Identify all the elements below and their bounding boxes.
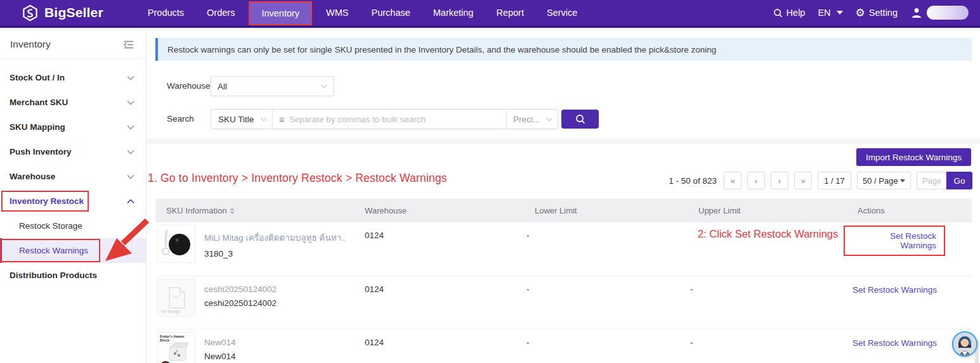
search-input[interactable] — [289, 115, 480, 124]
next-page-button[interactable]: › — [771, 172, 788, 189]
sidebar-item-inventory-restock[interactable]: Inventory Restock — [0, 189, 146, 213]
sidebar: Inventory Stock Out / In Merchant SKU SK… — [0, 30, 147, 363]
chevron-down-icon — [127, 150, 134, 155]
sidebar-item-stock-out-in[interactable]: Stock Out / In — [0, 65, 146, 90]
chevron-down-icon — [127, 174, 134, 179]
sidebar-item-distribution-products[interactable]: Distribution Products — [0, 263, 146, 288]
sidebar-item-push-inventory[interactable]: Push Inventory — [0, 139, 146, 164]
prev-page-button[interactable]: ‹ — [747, 172, 765, 189]
actions-cell: Set Restock Warnings — [844, 222, 972, 276]
main-content: Restock warnings can only be set for sin… — [147, 30, 980, 363]
product-image-heater-block[interactable]: Ender's Heater Block — [157, 332, 195, 363]
page-size-value: 50 / Page — [863, 176, 898, 186]
search-type-value: SKU Title — [218, 115, 254, 124]
upper-limit-cell — [681, 222, 844, 276]
sidebar-item-restock-storage[interactable]: Restock Storage — [0, 213, 146, 238]
sidebar-header: Inventory — [0, 30, 146, 59]
column-label: SKU Information — [166, 206, 226, 215]
help-button[interactable]: Help — [773, 8, 806, 18]
sku-text: ceshi20250124002 ceshi20250124002 — [204, 279, 349, 329]
nav-item-orders[interactable]: Orders — [195, 0, 246, 25]
sku-code: 3180_3 — [204, 249, 349, 258]
sku-cell: Ender's Heater Block New014 New014 — [155, 329, 355, 363]
pagination-range: 1 - 50 of 823 — [669, 176, 717, 186]
bigseller-hexagon-icon — [22, 4, 39, 22]
sidebar-item-label: Push Inventory — [10, 147, 72, 156]
set-restock-warnings-link[interactable]: Set Restock Warnings — [853, 285, 937, 295]
chevron-down-icon — [127, 125, 134, 130]
setting-label: Setting — [869, 8, 898, 18]
set-restock-warnings-link-highlighted[interactable]: Set Restock Warnings — [844, 226, 945, 256]
search-group: SKU Title ≡ Preci... — [211, 109, 558, 129]
import-restock-warnings-button[interactable]: Import Restock Warnings — [856, 148, 971, 166]
column-label: Upper Limit — [698, 206, 740, 215]
nav-item-purchase[interactable]: Purchase — [360, 0, 422, 25]
go-button[interactable]: Go — [946, 172, 972, 189]
chevron-up-icon — [127, 199, 134, 204]
search-button[interactable] — [561, 110, 599, 129]
username-redacted — [927, 6, 969, 20]
sidebar-item-sku-mapping[interactable]: SKU Mapping — [0, 115, 146, 139]
setting-button[interactable]: ⚙ Setting — [856, 8, 898, 18]
sidebar-item-merchant-sku[interactable]: Merchant SKU — [0, 90, 146, 115]
support-chat-avatar[interactable] — [952, 331, 977, 357]
sort-icon[interactable] — [230, 208, 235, 214]
chevron-down-icon — [261, 117, 267, 122]
top-navigation-bar: BigSeller Products Orders Inventory WMS … — [0, 0, 980, 28]
table-row: MiLi Mitag เครื่องติดตามบลูทูธ ค้นหา... … — [155, 222, 972, 276]
column-label: Lower Limit — [535, 206, 577, 215]
sku-cell: No Image ceshi20250124002 ceshi202501240… — [155, 276, 355, 329]
nav-item-service[interactable]: Service — [535, 0, 589, 25]
nav-item-products[interactable]: Products — [136, 0, 195, 25]
precision-select[interactable]: Preci... — [506, 110, 558, 129]
sidebar-item-label: Distribution Products — [10, 271, 97, 280]
nav-item-wms[interactable]: WMS — [315, 0, 360, 25]
chevron-down-icon — [320, 84, 327, 89]
nav-item-report[interactable]: Report — [485, 0, 535, 25]
page-number-input[interactable] — [917, 172, 946, 189]
collapse-sidebar-icon[interactable] — [123, 40, 134, 49]
search-icon — [773, 8, 783, 18]
bigseller-logo[interactable]: BigSeller — [22, 4, 103, 22]
product-title-link[interactable]: New014 — [204, 338, 345, 347]
actions-cell: Set Restock Warnings — [844, 276, 972, 329]
first-page-button[interactable]: « — [724, 172, 742, 189]
product-title-link[interactable]: ceshi20250124002 — [204, 284, 345, 294]
info-banner: Restock warnings can only be set for sin… — [155, 38, 972, 61]
upper-limit-cell: - — [681, 329, 844, 363]
user-account[interactable] — [910, 6, 969, 20]
warehouse-cell: 0124 — [355, 329, 517, 363]
sidebar-item-warehouse[interactable]: Warehouse — [0, 164, 146, 189]
gear-icon: ⚙ — [856, 8, 865, 18]
nav-item-inventory[interactable]: Inventory — [249, 1, 312, 25]
sidebar-title: Inventory — [10, 39, 51, 50]
page-size-select[interactable]: 50 / Page — [857, 172, 911, 189]
column-upper-limit: Upper Limit — [681, 206, 844, 215]
product-title-link[interactable]: MiLi Mitag เครื่องติดตามบลูทูธ ค้นหา... — [204, 231, 345, 245]
search-icon — [575, 114, 585, 124]
bulk-list-icon[interactable]: ≡ — [279, 114, 285, 125]
column-lower-limit: Lower Limit — [517, 206, 681, 215]
user-icon — [910, 6, 923, 19]
sidebar-item-label: Inventory Restock — [10, 196, 84, 206]
product-image-black-tracker[interactable] — [157, 225, 195, 263]
last-page-button[interactable]: » — [794, 172, 812, 189]
table-header: SKU Information Warehouse Lower Limit Up… — [155, 199, 972, 222]
warehouse-select[interactable]: All — [211, 76, 334, 96]
no-image-placeholder: No Image — [157, 279, 195, 317]
info-banner-text: Restock warnings can only be set for sin… — [167, 45, 716, 54]
chevron-down-icon — [127, 75, 134, 80]
language-selector[interactable]: EN — [818, 8, 842, 18]
set-restock-warnings-link[interactable]: Set Restock Warnings — [853, 338, 937, 348]
language-label: EN — [818, 8, 830, 18]
sidebar-subitem-label: Restock Storage — [19, 221, 82, 231]
warehouse-filter-label: Warehouse — [167, 81, 211, 91]
sidebar-item-label: SKU Mapping — [10, 122, 65, 132]
column-sku-information[interactable]: SKU Information — [155, 206, 355, 215]
lower-limit-cell: - — [517, 329, 681, 363]
page-indicator: 1 / 17 — [818, 172, 851, 189]
column-actions: Actions — [844, 206, 972, 215]
sidebar-item-restock-warnings[interactable]: Restock Warnings — [0, 238, 146, 263]
nav-item-marketing[interactable]: Marketing — [422, 0, 485, 25]
search-type-select[interactable]: SKU Title — [211, 110, 273, 129]
